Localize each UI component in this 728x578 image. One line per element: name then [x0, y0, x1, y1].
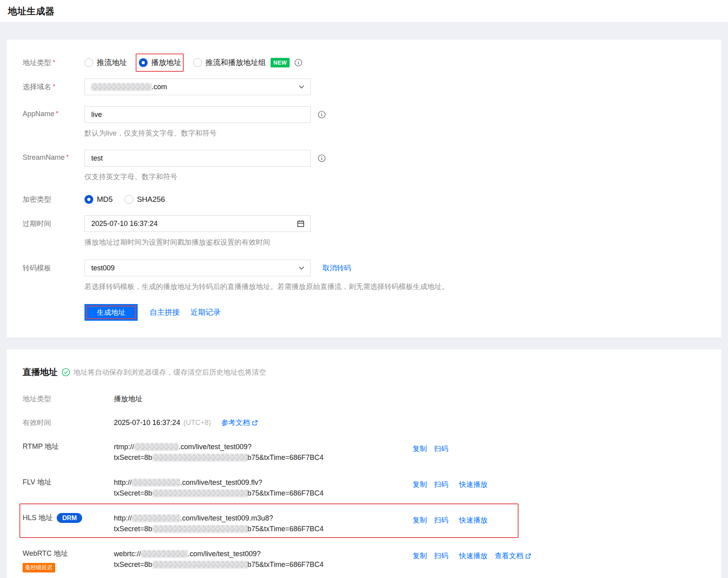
encrypt-type-radio-group: MD5 SHA256	[85, 194, 705, 204]
streamname-input[interactable]: test	[85, 150, 311, 167]
view-doc-link[interactable]: 查看文档	[495, 551, 531, 561]
appname-row: AppName* live 默认为live，仅支持英文字母、数字和符号	[23, 106, 705, 138]
result-address-type-label: 地址类型	[23, 394, 114, 404]
redacted-domain	[91, 83, 152, 91]
required-mark: *	[56, 110, 58, 117]
reference-doc-link[interactable]: 参考文档	[221, 418, 258, 427]
radio-circle-checked[interactable]	[85, 195, 93, 204]
transcode-help: 若选择转码模板，生成的播放地址为转码后的直播播放地址。若需播放原始直播流，则无需…	[85, 282, 705, 291]
address-generator-card: 地址类型* 推流地址 播放地址 推流和播放地址组 NEW	[7, 40, 721, 337]
page-body: 地址类型* 推流地址 播放地址 推流和播放地址组 NEW	[0, 23, 728, 578]
result-header: 直播地址 地址将自动保存到浏览器缓存，缓存清空后历史地址也将清空	[23, 366, 705, 378]
streamname-row: StreamName* test 仅支持英文字母、数字和符号	[23, 150, 705, 182]
radio-circle-checked[interactable]	[139, 58, 148, 67]
chevron-down-icon	[298, 266, 305, 270]
address-type-radio-group: 推流地址 播放地址 推流和播放地址组 NEW	[85, 57, 705, 68]
hls-label-cell: HLS 地址DRM	[23, 513, 114, 534]
redacted-secret	[152, 561, 248, 568]
radio-circle-unchecked[interactable]	[193, 58, 202, 67]
result-note: 地址将自动保存到浏览器缓存，缓存清空后历史地址也将清空	[73, 367, 266, 377]
flv-label: FLV 地址	[23, 477, 114, 499]
cancel-transcode-link[interactable]: 取消转码	[323, 263, 351, 273]
flv-address-row: FLV 地址 http://.com/live/test_test009.flv…	[23, 477, 705, 499]
address-type-label: 地址类型*	[23, 57, 85, 68]
valid-time-timezone: (UTC+8)	[183, 419, 211, 427]
address-type-row: 地址类型* 推流地址 播放地址 推流和播放地址组 NEW	[23, 57, 705, 68]
expire-time-label: 过期时间	[23, 215, 85, 247]
info-icon[interactable]	[318, 111, 326, 119]
streamname-label: StreamName*	[23, 150, 85, 182]
radio-play-address[interactable]: 播放地址	[139, 57, 181, 68]
appname-label: AppName*	[23, 106, 85, 138]
streamname-help: 仅支持英文字母、数字和符号	[85, 172, 705, 182]
domain-row: 选择域名* .com	[23, 78, 705, 95]
hls-address-row: HLS 地址DRM http://.com/live/test_test009.…	[23, 513, 705, 534]
copy-link[interactable]: 复制	[413, 551, 427, 561]
radio-circle-unchecked[interactable]	[125, 195, 133, 204]
required-mark: *	[53, 59, 55, 66]
webrtc-url: webrtc://.com/live/test_test009? txSecre…	[114, 549, 413, 572]
copy-link[interactable]: 复制	[413, 444, 427, 454]
copy-link[interactable]: 复制	[413, 480, 427, 489]
appname-help: 默认为live，仅支持英文字母、数字和符号	[85, 128, 705, 138]
encrypt-type-row: 加密类型 MD5 SHA256	[23, 194, 705, 204]
domain-select[interactable]: .com	[85, 78, 311, 95]
radio-md5[interactable]: MD5	[85, 195, 113, 204]
result-address-type-value: 播放地址	[114, 394, 413, 404]
redacted-domain	[141, 550, 188, 558]
page-title: 地址生成器	[8, 5, 55, 17]
valid-time-label: 有效时间	[23, 418, 114, 427]
expire-time-row: 过期时间 2025-07-10 16:37:24 播放地址过期时间为设置时间戳加…	[23, 215, 705, 247]
generator-actions-row: 生成地址 自主拼接 近期记录	[23, 304, 705, 321]
new-badge: NEW	[271, 58, 290, 67]
appname-input[interactable]: live	[85, 106, 311, 123]
external-link-icon	[525, 553, 531, 559]
rtmp-label: RTMP 地址	[23, 442, 114, 463]
calendar-icon[interactable]	[297, 220, 305, 228]
quick-play-link[interactable]: 快速播放	[459, 515, 488, 525]
chevron-down-icon	[298, 85, 305, 89]
page-header: 地址生成器	[0, 0, 728, 23]
live-address-card: 直播地址 地址将自动保存到浏览器缓存，缓存清空后历史地址也将清空 地址类型 播放…	[7, 349, 721, 578]
transcode-label: 转码模板	[23, 260, 85, 291]
millisecond-delay-badge: 毫秒级延迟	[23, 563, 55, 572]
generate-address-button[interactable]: 生成地址	[85, 304, 138, 321]
manual-splice-link[interactable]: 自主拼接	[150, 307, 180, 318]
redacted-secret	[152, 490, 248, 497]
transcode-row: 转码模板 test009 取消转码 若选择转码模板，生成的播放地址为转码后的直播…	[23, 260, 705, 291]
webrtc-label: WebRTC 地址	[23, 549, 114, 558]
scan-qr-link[interactable]: 扫码	[434, 551, 448, 561]
redacted-domain	[132, 515, 180, 522]
radio-push-play-group[interactable]: 推流和播放地址组	[193, 57, 266, 68]
scan-qr-link[interactable]: 扫码	[434, 444, 448, 454]
check-circle-icon	[61, 368, 70, 377]
expire-time-picker[interactable]: 2025-07-10 16:37:24	[85, 215, 311, 232]
result-address-type-row: 地址类型 播放地址	[23, 394, 705, 404]
domain-label: 选择域名*	[23, 78, 85, 95]
radio-circle-unchecked[interactable]	[85, 58, 93, 67]
hls-url: http://.com/live/test_test009.m3u8? txSe…	[114, 513, 413, 534]
scan-qr-link[interactable]: 扫码	[434, 480, 448, 489]
webrtc-address-row: WebRTC 地址 毫秒级延迟 webrtc://.com/live/test_…	[23, 549, 705, 572]
copy-link[interactable]: 复制	[413, 515, 427, 525]
result-title: 直播地址	[23, 366, 58, 378]
redacted-secret	[152, 454, 248, 461]
valid-time-value: 2025-07-10 16:37:24	[114, 419, 180, 427]
redacted-domain	[132, 479, 180, 486]
quick-play-link[interactable]: 快速播放	[459, 480, 488, 489]
scan-qr-link[interactable]: 扫码	[434, 515, 448, 525]
info-icon[interactable]	[294, 59, 302, 67]
transcode-select[interactable]: test009	[85, 260, 311, 276]
redacted-secret	[152, 525, 248, 533]
radio-sha256[interactable]: SHA256	[125, 195, 165, 204]
valid-time-row: 有效时间 2025-07-10 16:37:24 (UTC+8) 参考文档	[23, 418, 705, 427]
radio-push-address[interactable]: 推流地址	[85, 57, 127, 68]
webrtc-label-cell: WebRTC 地址 毫秒级延迟	[23, 549, 114, 572]
recent-records-link[interactable]: 近期记录	[190, 307, 221, 318]
rtmp-url: rtmp://.com/live/test_test009? txSecret=…	[114, 442, 413, 463]
hls-label: HLS 地址	[23, 514, 53, 522]
redacted-domain	[134, 443, 179, 451]
info-icon[interactable]	[318, 154, 326, 162]
quick-play-link[interactable]: 快速播放	[459, 551, 488, 561]
encrypt-type-label: 加密类型	[23, 194, 85, 204]
